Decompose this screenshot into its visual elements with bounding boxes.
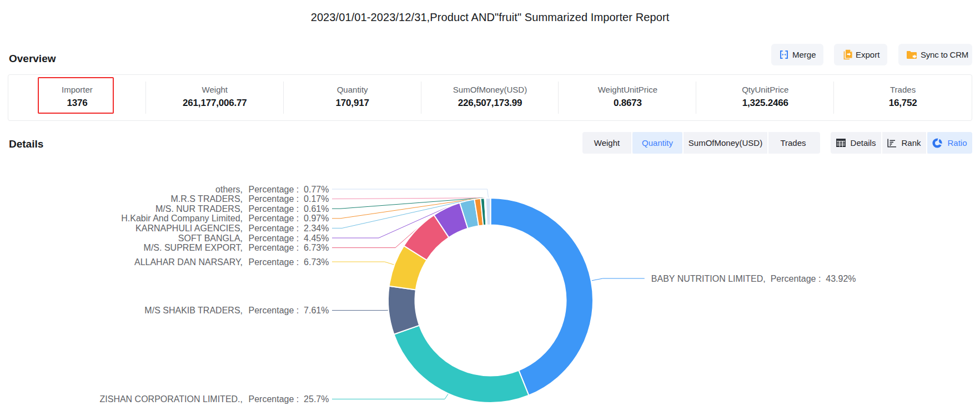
svg-text:BABY NUTRITION LIMITED, Perce: BABY NUTRITION LIMITED, Percentage : 43.…	[651, 274, 856, 283]
svg-text:Percentage : 0.17%: Percentage : 0.17%	[249, 194, 329, 204]
svg-text:ZISHAN CORPORATION LIMITED.,: ZISHAN CORPORATION LIMITED.,	[100, 394, 243, 404]
svg-text:ALLAHAR DAN NARSARY,: ALLAHAR DAN NARSARY,	[134, 257, 243, 267]
svg-text:M/S. NUR TRADERS,: M/S. NUR TRADERS,	[155, 204, 243, 214]
svg-text:others,: others,	[215, 185, 243, 194]
svg-text:Percentage : 0.97%: Percentage : 0.97%	[249, 214, 329, 223]
svg-text:Percentage : 6.73%: Percentage : 6.73%	[249, 243, 329, 252]
svg-text:Percentage : 4.45%: Percentage : 4.45%	[249, 234, 329, 243]
svg-text:Percentage : 0.77%: Percentage : 0.77%	[249, 185, 329, 194]
svg-text:SOFT BANGLA,: SOFT BANGLA,	[178, 234, 243, 243]
svg-text:M/S. SUPREM EXPORT,: M/S. SUPREM EXPORT,	[144, 243, 243, 252]
svg-text:Percentage : 0.61%: Percentage : 0.61%	[249, 204, 329, 214]
svg-text:Percentage : 6.73%: Percentage : 6.73%	[249, 257, 329, 267]
svg-text:H.Kabir And Company Limited,: H.Kabir And Company Limited,	[121, 214, 243, 223]
svg-text:M.R.S TRADERS,: M.R.S TRADERS,	[171, 194, 243, 204]
svg-text:KARNAPHULI AGENCIES,: KARNAPHULI AGENCIES,	[135, 224, 243, 233]
svg-text:M/S SHAKIB TRADERS,: M/S SHAKIB TRADERS,	[144, 306, 243, 315]
svg-text:Percentage : 2.34%: Percentage : 2.34%	[249, 224, 329, 233]
svg-text:Percentage : 7.61%: Percentage : 7.61%	[249, 306, 329, 315]
svg-text:Percentage : 25.7%: Percentage : 25.7%	[249, 394, 329, 404]
